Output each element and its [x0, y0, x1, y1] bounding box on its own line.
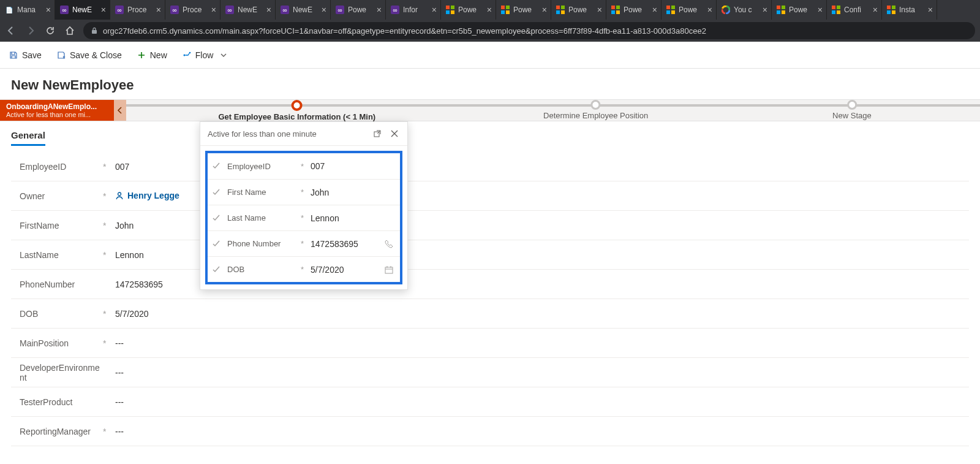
tab-close-icon[interactable]: × — [818, 5, 823, 15]
browser-tab[interactable]: ∞Powe× — [331, 0, 386, 20]
form-row: FirstName*John — [11, 211, 969, 240]
dynamics-icon: ∞ — [60, 6, 69, 14]
browser-tab[interactable]: Powe× — [441, 0, 496, 20]
browser-tab[interactable]: ∞Proce× — [110, 0, 165, 20]
field-value[interactable]: 007 — [115, 162, 129, 172]
svg-rect-32 — [887, 6, 891, 9]
nav-reload-icon[interactable] — [44, 25, 56, 37]
svg-rect-26 — [777, 10, 780, 14]
check-icon — [213, 266, 222, 273]
calendar-icon[interactable] — [383, 265, 395, 274]
field-value[interactable]: 5/7/2020 — [115, 309, 149, 319]
browser-tab[interactable]: 📄Mana× — [0, 0, 55, 20]
tab-close-icon[interactable]: × — [707, 5, 712, 15]
svg-rect-14 — [611, 10, 615, 14]
nav-back-icon[interactable] — [5, 25, 17, 37]
nav-home-icon[interactable] — [64, 25, 76, 37]
browser-tab[interactable]: You c× — [717, 0, 772, 20]
tab-close-icon[interactable]: × — [763, 5, 767, 15]
check-icon — [213, 215, 222, 222]
new-button[interactable]: New — [137, 50, 167, 60]
svg-rect-40 — [385, 267, 393, 273]
flyout-field-value[interactable]: John — [307, 188, 395, 197]
browser-tab[interactable]: ∞Proce× — [165, 0, 221, 20]
svg-rect-19 — [671, 10, 675, 14]
tab-close-icon[interactable]: × — [377, 5, 382, 15]
stage-dot-icon — [292, 100, 303, 111]
tab-close-icon[interactable]: × — [652, 5, 657, 15]
bpf-stage[interactable]: Get Employee Basic Information (< 1 Min) — [218, 100, 375, 121]
flyout-field-value[interactable]: 1472583695 — [307, 239, 383, 249]
svg-rect-28 — [832, 6, 835, 9]
field-value[interactable]: John — [115, 221, 134, 230]
owner-lookup[interactable]: Henry Legge — [115, 191, 179, 200]
save-button[interactable]: Save — [9, 50, 42, 60]
field-value[interactable]: --- — [115, 338, 124, 348]
tab-close-icon[interactable]: × — [156, 5, 161, 15]
tab-close-icon[interactable]: × — [211, 5, 216, 15]
flow-button[interactable]: Flow — [182, 50, 227, 60]
tab-close-icon[interactable]: × — [101, 5, 106, 15]
flyout-field-row[interactable]: EmployeeID*007 — [208, 153, 400, 179]
bpf-stage[interactable]: Determine Employee Position — [543, 100, 648, 120]
browser-tab[interactable]: Powe× — [606, 0, 662, 20]
form-row: LastName*Lennon — [11, 240, 969, 270]
browser-tab[interactable]: Confi× — [827, 0, 882, 20]
flyout-field-row[interactable]: DOB*5/7/2020 — [208, 256, 400, 282]
tab-close-icon[interactable]: × — [487, 5, 492, 15]
phone-icon[interactable] — [383, 240, 395, 248]
svg-rect-5 — [506, 6, 510, 9]
browser-tab[interactable]: Powe× — [496, 0, 551, 20]
svg-rect-34 — [887, 10, 891, 14]
tab-close-icon[interactable]: × — [266, 5, 271, 15]
field-value[interactable]: 1472583695 — [115, 280, 163, 289]
browser-tab[interactable]: Insta× — [882, 0, 937, 20]
flyout-popout-icon[interactable] — [372, 128, 383, 139]
flyout-field-value[interactable]: 007 — [307, 161, 395, 171]
form-row: ReportingManager*--- — [11, 417, 969, 446]
browser-tab[interactable]: Powe× — [772, 0, 827, 20]
bpf-collapse-button[interactable] — [114, 100, 126, 121]
stage-dot-icon — [847, 100, 857, 110]
svg-rect-36 — [92, 30, 97, 34]
field-label: LastName — [11, 250, 103, 260]
svg-rect-15 — [616, 10, 620, 14]
tab-close-icon[interactable]: × — [597, 5, 602, 15]
save-close-button[interactable]: Save & Close — [56, 50, 122, 60]
browser-tab[interactable]: ∞NewE× — [55, 0, 110, 20]
field-value[interactable]: Lennon — [115, 250, 144, 260]
flyout-field-row[interactable]: Last Name*Lennon — [208, 205, 400, 230]
check-icon — [213, 162, 222, 170]
address-bar[interactable]: orgc27fdeb6.crm5.dynamics.com/main.aspx?… — [83, 22, 975, 39]
tab-close-icon[interactable]: × — [542, 5, 547, 15]
ms-icon — [556, 6, 565, 14]
flyout-field-row[interactable]: First Name*John — [208, 179, 400, 205]
tab-close-icon[interactable]: × — [928, 5, 933, 15]
field-value[interactable]: --- — [115, 368, 124, 378]
browser-tab[interactable]: ∞NewE× — [276, 0, 331, 20]
tab-close-icon[interactable]: × — [432, 5, 437, 15]
bpf-name-chip[interactable]: OnboardingANewEmplo... Active for less t… — [0, 100, 114, 121]
nav-forward-icon[interactable] — [24, 25, 37, 37]
field-value[interactable]: --- — [115, 397, 124, 407]
flyout-field-value[interactable]: Lennon — [307, 213, 395, 223]
tab-general[interactable]: General — [11, 130, 45, 146]
browser-tab[interactable]: Powe× — [662, 0, 717, 20]
tab-close-icon[interactable]: × — [873, 5, 878, 15]
tab-close-icon[interactable]: × — [322, 5, 326, 15]
flyout-field-row[interactable]: Phone Number*1472583695 — [208, 230, 400, 256]
browser-tab[interactable]: ∞NewE× — [221, 0, 276, 20]
form-row: MainPosition*--- — [11, 329, 969, 358]
flyout-close-icon[interactable] — [389, 128, 400, 139]
flyout-field-value[interactable]: 5/7/2020 — [307, 265, 383, 275]
field-value[interactable]: --- — [115, 427, 124, 436]
tab-close-icon[interactable]: × — [46, 5, 51, 15]
dynamics-icon: ∞ — [170, 6, 179, 14]
browser-tab[interactable]: ∞Infor× — [386, 0, 441, 20]
browser-nav-bar: orgc27fdeb6.crm5.dynamics.com/main.aspx?… — [0, 20, 980, 42]
bpf-stage[interactable]: New Stage — [832, 100, 872, 120]
form-row: Owner*Henry Legge — [11, 181, 969, 211]
browser-tab[interactable]: Powe× — [551, 0, 606, 20]
google-icon — [722, 6, 730, 14]
svg-rect-7 — [506, 10, 510, 14]
